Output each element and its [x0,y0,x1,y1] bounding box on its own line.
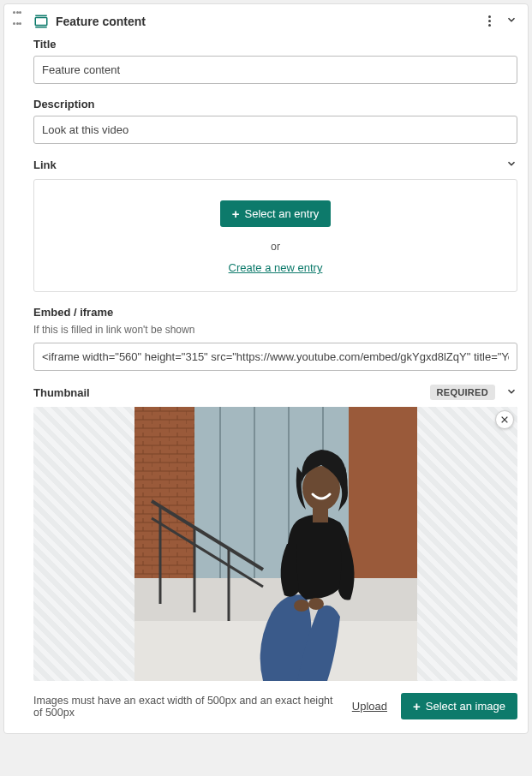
collapse-toggle[interactable] [505,14,517,28]
title-field: Title [33,38,517,84]
plus-icon: + [232,207,240,220]
plus-icon: + [413,700,421,713]
description-input[interactable] [33,116,517,144]
select-entry-label: Select an entry [245,207,320,220]
svg-rect-6 [349,407,417,578]
block-type-icon [33,14,49,29]
drag-handle[interactable] [13,11,21,25]
thumbnail-field: Thumbnail REQUIRED [33,385,517,719]
select-entry-button[interactable]: + Select an entry [220,200,331,227]
select-image-button[interactable]: + Select an image [401,693,517,719]
description-field: Description [33,98,517,144]
select-image-label: Select an image [426,700,505,713]
embed-label: Embed / iframe [33,306,517,319]
remove-thumbnail-button[interactable] [495,410,514,429]
embed-help-text: If this is filled in link won't be shown [33,324,517,336]
link-field: Link + Select an entry or Create a new e… [33,158,517,292]
svg-point-22 [308,598,324,610]
panel-title: Feature content [56,15,486,28]
or-label: or [45,241,506,253]
thumbnail-label: Thumbnail [33,386,90,399]
panel-header: Feature content [15,13,517,29]
thumbnail-image [134,407,417,681]
link-selector-box: + Select an entry or Create a new entry [33,179,517,292]
upload-link[interactable]: Upload [352,700,387,713]
create-entry-link[interactable]: Create a new entry [229,261,323,274]
link-label: Link [33,158,57,171]
more-options-button[interactable] [486,13,493,29]
title-input[interactable] [33,56,517,84]
link-collapse-toggle[interactable] [505,158,517,172]
feature-content-panel: Feature content Title Description Link [3,3,529,734]
required-badge: REQUIRED [430,385,495,400]
thumbnail-preview [33,407,517,681]
thumbnail-collapse-toggle[interactable] [505,385,517,400]
embed-input[interactable] [33,343,517,371]
title-label: Title [33,38,517,51]
thumbnail-size-note: Images must have an exact width of 500px… [33,695,342,719]
svg-point-21 [294,600,309,612]
description-label: Description [33,98,517,110]
embed-field: Embed / iframe If this is filled in link… [33,306,517,371]
svg-rect-0 [35,17,47,25]
